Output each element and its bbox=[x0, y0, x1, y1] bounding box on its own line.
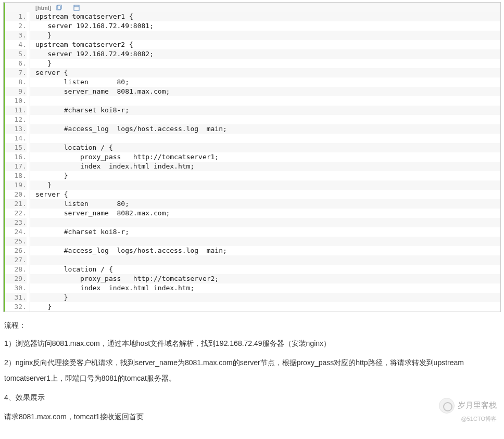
line-number: 23. bbox=[5, 218, 27, 227]
code-line bbox=[30, 218, 500, 227]
code-line: location / { bbox=[30, 265, 500, 274]
line-number: 13. bbox=[5, 124, 27, 134]
line-number: 14. bbox=[5, 134, 27, 143]
code-line: index index.html index.htm; bbox=[30, 162, 500, 171]
code-line bbox=[30, 237, 500, 246]
code-line: listen 80; bbox=[30, 199, 500, 209]
code-line: index index.html index.htm; bbox=[30, 283, 500, 293]
code-line: } bbox=[30, 171, 500, 180]
watermark-brand: 岁月里客栈 bbox=[458, 401, 497, 410]
line-number: 24. bbox=[5, 227, 27, 237]
line-number: 17. bbox=[5, 162, 27, 171]
code-line: server_name 8081.max.com; bbox=[30, 87, 500, 96]
code-line: #charset koi8-r; bbox=[30, 227, 500, 237]
code-line: location / { bbox=[30, 143, 500, 152]
code-line: } bbox=[30, 31, 500, 40]
watermark: 岁月里客栈 bbox=[439, 398, 497, 414]
code-body: 1.2.3.4.5.6.7.8.9.10.11.12.13.14.15.16.1… bbox=[4, 12, 500, 312]
code-line: upstream tomcatserver1 { bbox=[30, 12, 500, 21]
code-line bbox=[30, 115, 500, 124]
view-icon[interactable] bbox=[73, 5, 80, 11]
line-number: 6. bbox=[5, 59, 27, 68]
svg-rect-2 bbox=[74, 5, 79, 10]
code-line: #access_log logs/host.access.log main; bbox=[30, 246, 500, 255]
line-number: 11. bbox=[5, 106, 27, 115]
code-line: server 192.168.72.49:8081; bbox=[30, 21, 500, 31]
line-number: 7. bbox=[5, 68, 27, 78]
paragraph: 1）浏览器访问8081.max.com，通过本地host文件域名解析，找到192… bbox=[4, 335, 500, 352]
paragraph: 流程： bbox=[4, 317, 500, 333]
code-line: } bbox=[30, 59, 500, 68]
line-number: 22. bbox=[5, 209, 27, 218]
line-number: 2. bbox=[5, 21, 27, 31]
line-number: 10. bbox=[5, 96, 27, 106]
line-number: 19. bbox=[5, 180, 27, 190]
line-gutter: 1.2.3.4.5.6.7.8.9.10.11.12.13.14.15.16.1… bbox=[5, 12, 30, 312]
line-number: 30. bbox=[5, 283, 27, 293]
code-line: } bbox=[30, 302, 500, 312]
code-line: server { bbox=[30, 68, 500, 78]
line-number: 21. bbox=[5, 199, 27, 209]
wechat-icon bbox=[439, 398, 455, 414]
line-number: 5. bbox=[5, 49, 27, 59]
line-number: 28. bbox=[5, 265, 27, 274]
code-line: proxy_pass http://tomcatserver1; bbox=[30, 152, 500, 162]
line-number: 4. bbox=[5, 40, 27, 49]
line-number: 1. bbox=[5, 12, 27, 21]
code-line: listen 80; bbox=[30, 78, 500, 87]
line-number: 29. bbox=[5, 274, 27, 283]
line-number: 25. bbox=[5, 237, 27, 246]
code-header: [html] bbox=[4, 3, 500, 12]
line-number: 12. bbox=[5, 115, 27, 124]
line-number: 3. bbox=[5, 31, 27, 40]
line-number: 18. bbox=[5, 171, 27, 180]
paragraph: 请求8081.max.com，tomcat1接收返回首页 bbox=[4, 409, 500, 425]
line-number: 32. bbox=[5, 302, 27, 312]
line-number: 15. bbox=[5, 143, 27, 152]
paragraph: 2）nginx反向代理接受客户机请求，找到server_name为8081.ma… bbox=[4, 355, 500, 387]
paragraph: 4、效果展示 bbox=[4, 390, 500, 406]
line-number: 8. bbox=[5, 78, 27, 87]
code-line: server { bbox=[30, 190, 500, 199]
code-line: } bbox=[30, 293, 500, 302]
line-number: 27. bbox=[5, 255, 27, 265]
code-line bbox=[30, 255, 500, 265]
article-text: 流程： 1）浏览器访问8081.max.com，通过本地host文件域名解析，找… bbox=[0, 312, 504, 425]
code-block: [html] 1.2.3.4.5.6.7.8.9.10.11.12.13.14.… bbox=[3, 2, 501, 312]
code-line bbox=[30, 134, 500, 143]
code-line: server_name 8082.max.com; bbox=[30, 209, 500, 218]
language-label: [html] bbox=[35, 5, 52, 11]
line-number: 26. bbox=[5, 246, 27, 255]
code-line: proxy_pass http://tomcatserver2; bbox=[30, 274, 500, 283]
line-number: 16. bbox=[5, 152, 27, 162]
code-line: server 192.168.72.49:8082; bbox=[30, 49, 500, 59]
line-number: 9. bbox=[5, 87, 27, 96]
line-number: 20. bbox=[5, 190, 27, 199]
code-line: upstream tomcatserver2 { bbox=[30, 40, 500, 49]
code-line: #charset koi8-r; bbox=[30, 106, 500, 115]
code-lines[interactable]: upstream tomcatserver1 { server 192.168.… bbox=[30, 12, 500, 312]
code-line bbox=[30, 96, 500, 106]
line-number: 31. bbox=[5, 293, 27, 302]
code-line: #access_log logs/host.access.log main; bbox=[30, 124, 500, 134]
watermark-sub: @51CTO博客 bbox=[461, 415, 497, 423]
copy-icon[interactable] bbox=[56, 5, 62, 11]
code-line: } bbox=[30, 180, 500, 190]
